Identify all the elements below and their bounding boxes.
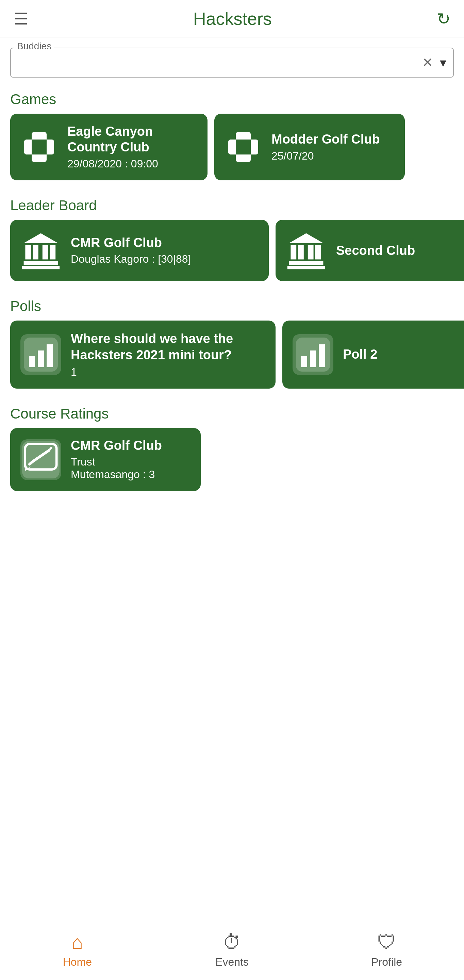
leaderboard-section-label: Leader Board xyxy=(0,187,464,220)
leader-card-text: Second Club xyxy=(336,243,415,258)
svg-rect-22 xyxy=(289,261,324,265)
game-icon xyxy=(224,128,262,166)
rating-card-title: CMR Golf Club xyxy=(71,438,162,453)
page-title: Hacksters xyxy=(193,8,272,29)
svg-rect-4 xyxy=(32,140,47,154)
rating-card[interactable]: CMR Golf Club Trust Mutemasango : 3 xyxy=(10,428,201,491)
poll-card-text: Where should we have the Hacksters 2021 … xyxy=(71,331,265,379)
leader-card[interactable]: CMR Golf Club Douglas Kagoro : [30|88] xyxy=(10,220,269,281)
game-card-title: Modder Golf Club xyxy=(272,132,380,147)
leader-card-title: Second Club xyxy=(336,243,415,258)
nav-events[interactable]: ⏱ Events xyxy=(155,931,310,969)
poll-card[interactable]: Poll 2 xyxy=(282,321,464,388)
buddies-icons: ✕ ▾ xyxy=(422,55,446,70)
buddies-label: Buddies xyxy=(14,41,54,52)
leader-card[interactable]: Second Club xyxy=(275,220,464,281)
profile-icon: 🛡 xyxy=(377,931,396,953)
game-icon xyxy=(21,128,58,166)
events-icon: ⏱ xyxy=(222,931,242,953)
menu-icon[interactable]: ☰ xyxy=(14,9,28,28)
game-card-text: Modder Golf Club 25/07/20 xyxy=(272,132,380,163)
rating-icon xyxy=(21,439,61,480)
svg-rect-26 xyxy=(38,350,44,367)
game-card[interactable]: Eagle Canyon Country Club 29/08/2020 : 0… xyxy=(10,114,208,180)
svg-rect-9 xyxy=(236,140,251,154)
svg-rect-14 xyxy=(50,245,56,259)
polls-cards-row: Where should we have the Hacksters 2021 … xyxy=(0,321,464,395)
course-ratings-cards-row: CMR Golf Club Trust Mutemasango : 3 xyxy=(0,428,464,498)
poll-card[interactable]: Where should we have the Hacksters 2021 … xyxy=(10,321,275,388)
dropdown-icon[interactable]: ▾ xyxy=(440,55,446,70)
svg-rect-11 xyxy=(25,245,31,259)
clear-icon[interactable]: ✕ xyxy=(422,55,433,70)
nav-events-label: Events xyxy=(215,956,249,969)
svg-marker-17 xyxy=(289,234,324,243)
svg-rect-13 xyxy=(43,245,48,259)
svg-rect-25 xyxy=(29,356,35,367)
svg-rect-23 xyxy=(288,266,325,269)
svg-marker-10 xyxy=(24,234,58,243)
polls-section-label: Polls xyxy=(0,288,464,321)
poll-card-text: Poll 2 xyxy=(343,347,377,363)
course-ratings-section-label: Course Ratings xyxy=(0,395,464,428)
home-icon: ⌂ xyxy=(72,931,83,953)
svg-rect-29 xyxy=(301,356,307,367)
svg-rect-15 xyxy=(24,261,58,265)
nav-profile-label: Profile xyxy=(371,956,402,969)
leader-card-text: CMR Golf Club Douglas Kagoro : [30|88] xyxy=(71,235,191,266)
poll-card-title: Poll 2 xyxy=(343,347,377,363)
game-card-title: Eagle Canyon Country Club xyxy=(67,124,197,155)
game-card[interactable]: Modder Golf Club 25/07/20 xyxy=(214,114,405,180)
buddies-section: Buddies ✕ ▾ xyxy=(0,37,464,81)
nav-home-label: Home xyxy=(63,956,92,969)
poll-icon xyxy=(21,334,61,375)
game-card-subtitle: 25/07/20 xyxy=(272,150,380,162)
svg-rect-31 xyxy=(319,344,325,367)
svg-rect-16 xyxy=(22,266,60,269)
header: ☰ Hacksters ↻ xyxy=(0,0,464,37)
svg-rect-30 xyxy=(310,350,316,367)
svg-rect-20 xyxy=(308,245,314,259)
buddies-input[interactable] xyxy=(18,56,422,69)
poll-icon xyxy=(292,334,334,375)
leader-card-title: CMR Golf Club xyxy=(71,235,191,250)
leader-card-subtitle: Douglas Kagoro : [30|88] xyxy=(71,253,191,266)
poll-card-title: Where should we have the Hacksters 2021 … xyxy=(71,331,265,363)
rating-card-text: CMR Golf Club Trust Mutemasango : 3 xyxy=(71,438,162,481)
svg-rect-12 xyxy=(33,245,38,259)
games-cards-row: Eagle Canyon Country Club 29/08/2020 : 0… xyxy=(0,114,464,187)
leader-icon xyxy=(286,230,327,271)
buddies-input-container: Buddies ✕ ▾ xyxy=(10,48,454,78)
nav-home[interactable]: ⌂ Home xyxy=(0,931,155,969)
poll-card-count: 1 xyxy=(71,366,265,379)
leaderboard-cards-row: CMR Golf Club Douglas Kagoro : [30|88] S… xyxy=(0,220,464,288)
leader-icon xyxy=(21,230,61,271)
svg-rect-19 xyxy=(298,245,304,259)
svg-rect-21 xyxy=(315,245,321,259)
svg-rect-27 xyxy=(47,344,53,367)
games-section-label: Games xyxy=(0,81,464,114)
rating-card-line2: Mutemasango : 3 xyxy=(71,468,162,481)
refresh-icon[interactable]: ↻ xyxy=(437,9,450,28)
nav-profile[interactable]: 🛡 Profile xyxy=(309,931,464,969)
svg-rect-32 xyxy=(22,441,60,479)
svg-rect-18 xyxy=(291,245,296,259)
bottom-nav: ⌂ Home ⏱ Events 🛡 Profile xyxy=(0,919,464,980)
game-card-text: Eagle Canyon Country Club 29/08/2020 : 0… xyxy=(67,124,197,170)
rating-card-line1: Trust xyxy=(71,456,162,468)
game-card-subtitle: 29/08/2020 : 09:00 xyxy=(67,158,197,170)
